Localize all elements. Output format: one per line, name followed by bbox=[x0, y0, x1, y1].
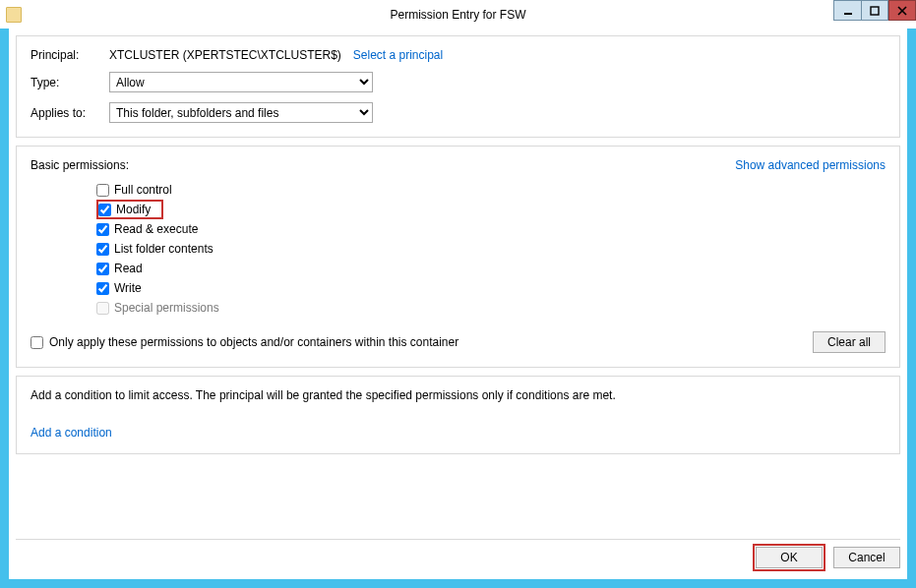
permissions-list: Full controlModifyRead & executeList fol… bbox=[31, 180, 885, 318]
condition-group: Add a condition to limit access. The pri… bbox=[16, 376, 900, 454]
permission-label: Modify bbox=[116, 203, 151, 216]
permission-checkbox[interactable] bbox=[96, 263, 109, 275]
svg-rect-1 bbox=[871, 7, 879, 15]
permission-checkbox[interactable] bbox=[96, 282, 109, 295]
applies-select[interactable]: This folder, subfolders and files bbox=[109, 102, 373, 123]
cancel-button[interactable]: Cancel bbox=[833, 547, 900, 568]
permission-checkbox[interactable] bbox=[96, 184, 109, 197]
permission-item[interactable]: Full control bbox=[96, 180, 885, 200]
dialog-footer: OK Cancel bbox=[16, 544, 900, 571]
permission-label: Special permissions bbox=[114, 301, 219, 315]
maximize-button[interactable] bbox=[861, 0, 888, 21]
permission-checkbox[interactable] bbox=[96, 243, 109, 256]
permission-item[interactable]: Modify bbox=[96, 200, 163, 219]
ok-button[interactable]: OK bbox=[756, 547, 823, 568]
permission-checkbox[interactable] bbox=[98, 204, 111, 216]
permissions-group: Basic permissions: Show advanced permiss… bbox=[16, 146, 900, 368]
add-condition-link[interactable]: Add a condition bbox=[31, 426, 112, 440]
permission-item[interactable]: Read bbox=[96, 259, 885, 278]
permission-label: Read bbox=[114, 262, 143, 275]
close-button[interactable] bbox=[888, 0, 916, 21]
permission-item[interactable]: Write bbox=[96, 278, 885, 298]
title-bar: Permission Entry for FSW bbox=[0, 0, 916, 29]
type-row: Type: Allow bbox=[31, 72, 885, 92]
window-title: Permission Entry for FSW bbox=[0, 8, 916, 22]
principal-value: XTCLUSTER (XPERTSTEC\XTCLUSTER$) bbox=[109, 48, 341, 62]
ok-button-highlight: OK bbox=[753, 544, 825, 571]
permission-checkbox bbox=[96, 302, 109, 315]
applies-row: Applies to: This folder, subfolders and … bbox=[31, 102, 885, 123]
permission-label: List folder contents bbox=[114, 242, 214, 256]
minimize-button[interactable] bbox=[833, 0, 861, 21]
only-apply-checkbox[interactable] bbox=[31, 336, 43, 349]
show-advanced-permissions-link[interactable]: Show advanced permissions bbox=[735, 158, 885, 172]
basic-permissions-label: Basic permissions: bbox=[31, 158, 129, 172]
type-select[interactable]: Allow bbox=[109, 72, 373, 92]
permission-item: Special permissions bbox=[96, 298, 885, 318]
permission-item[interactable]: List folder contents bbox=[96, 239, 885, 259]
object-group: Principal: XTCLUSTER (XPERTSTEC\XTCLUSTE… bbox=[16, 35, 900, 138]
permission-item[interactable]: Read & execute bbox=[96, 219, 885, 239]
window-controls bbox=[833, 0, 916, 21]
clear-all-button[interactable]: Clear all bbox=[813, 331, 885, 353]
client-area: Principal: XTCLUSTER (XPERTSTEC\XTCLUSTE… bbox=[9, 29, 907, 579]
principal-row: Principal: XTCLUSTER (XPERTSTEC\XTCLUSTE… bbox=[31, 48, 885, 62]
permission-checkbox[interactable] bbox=[96, 223, 109, 236]
permission-label: Read & execute bbox=[114, 222, 198, 236]
principal-label: Principal: bbox=[31, 48, 109, 62]
permission-label: Full control bbox=[114, 183, 172, 197]
condition-text: Add a condition to limit access. The pri… bbox=[31, 388, 885, 402]
only-apply-label: Only apply these permissions to objects … bbox=[49, 335, 458, 349]
folder-icon bbox=[6, 7, 22, 23]
type-label: Type: bbox=[31, 76, 109, 89]
permission-label: Write bbox=[114, 281, 142, 295]
only-apply-checkbox-row[interactable]: Only apply these permissions to objects … bbox=[31, 335, 458, 349]
svg-rect-0 bbox=[844, 13, 852, 15]
select-principal-link[interactable]: Select a principal bbox=[353, 48, 443, 62]
footer-separator bbox=[16, 539, 900, 540]
applies-label: Applies to: bbox=[31, 106, 109, 120]
